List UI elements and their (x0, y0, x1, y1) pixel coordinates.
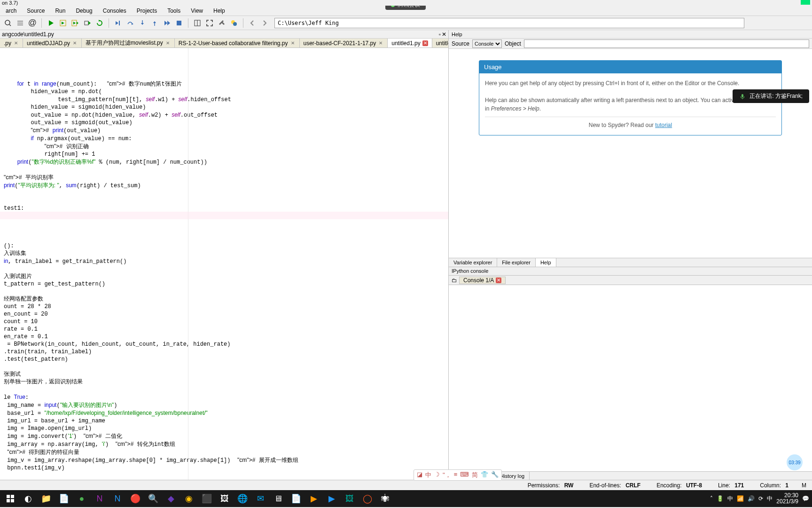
menu-source[interactable]: Source (23, 7, 48, 15)
editor-tab[interactable]: 基于用户协同过滤movieslist.py✕ (82, 39, 175, 48)
menu-help[interactable]: Help (210, 7, 229, 15)
volume-icon[interactable]: 🔊 (748, 495, 755, 502)
app-icon[interactable]: ▶ (305, 491, 322, 506)
editor-tab[interactable]: untitledDJJAD.py✕ (23, 39, 82, 48)
battery-icon[interactable]: 🔋 (717, 495, 724, 502)
app-icon[interactable]: 🌐 (234, 491, 251, 506)
menu-projects[interactable]: Projects (133, 7, 161, 15)
ime-cloth-icon[interactable]: 👕 (481, 471, 488, 479)
tab-help[interactable]: Help (536, 258, 556, 267)
spyder-icon[interactable]: 🕷 (377, 491, 394, 506)
app-icon[interactable]: 🖥 (270, 491, 287, 506)
close-icon[interactable]: ✕ (422, 40, 428, 46)
debug-step-icon[interactable] (113, 18, 123, 28)
taskbar-app-icon[interactable]: ◐ (20, 491, 37, 506)
tray-icon[interactable]: 中 (767, 495, 773, 503)
tray-expand-icon[interactable]: ˄ (710, 495, 713, 502)
editor-tab[interactable]: user-based-CF-2021-1-17.py✕ (300, 39, 388, 48)
debug-step-over-icon[interactable] (125, 18, 135, 28)
run-icon[interactable] (46, 18, 56, 28)
python-icon[interactable] (229, 18, 239, 28)
debug-step-out-icon[interactable] (149, 18, 160, 28)
notepad-icon[interactable]: 📄 (55, 491, 72, 506)
app-icon[interactable]: 🖼 (216, 491, 233, 506)
app-icon[interactable]: ⬛ (198, 491, 215, 506)
sync-icon[interactable]: ⟳ (758, 495, 763, 502)
window-control-max[interactable] (801, 0, 810, 5)
ime-keyboard-icon[interactable]: ⌨ (460, 471, 469, 479)
onenote-icon[interactable]: N (91, 491, 108, 506)
debug-continue-icon[interactable] (162, 18, 172, 28)
close-icon[interactable]: ✕ (72, 40, 78, 46)
help-source-select[interactable]: Console (472, 40, 502, 48)
tab-variable-explorer[interactable]: Variable explorer (449, 258, 497, 267)
tutorial-link[interactable]: tutorial (655, 122, 672, 128)
search-icon[interactable] (3, 18, 13, 28)
everything-icon[interactable]: 🔍 (145, 491, 162, 506)
close-icon[interactable]: ✕ (496, 278, 501, 283)
rerun-icon[interactable] (94, 18, 105, 28)
menu-view[interactable]: View (187, 7, 207, 15)
console-tab[interactable]: Console 1/A✕ (459, 277, 506, 284)
chrome-icon[interactable]: 🔴 (127, 491, 144, 506)
debug-step-into-icon[interactable] (137, 18, 148, 28)
editor-tab[interactable]: untitled2.py✕ (432, 39, 448, 48)
fullscreen-icon[interactable] (204, 18, 215, 28)
menu-consoles[interactable]: Consoles (99, 7, 130, 15)
console-folder-icon[interactable]: 🗀 (452, 277, 457, 284)
app-icon[interactable]: ◆ (163, 491, 180, 506)
menu-debug[interactable]: Debug (72, 7, 96, 15)
taskbar-clock[interactable]: 20:30 2021/3/9 (776, 492, 798, 505)
ime-icon[interactable]: ◪ (417, 471, 422, 479)
back-icon[interactable] (247, 18, 258, 28)
editor-tab-active[interactable]: untitled1.py✕ (388, 39, 432, 48)
ime-punct[interactable]: "， (443, 471, 451, 479)
app-icon[interactable]: 🖼 (341, 491, 358, 506)
run-selection-icon[interactable] (82, 18, 93, 28)
console-body[interactable] (449, 285, 812, 471)
debug-stop-icon[interactable] (174, 18, 184, 28)
app-icon[interactable]: ▶ (323, 491, 340, 506)
app-icon[interactable]: ✉ (252, 491, 269, 506)
close-icon[interactable]: ✕ (165, 40, 171, 46)
ime-wrench-icon[interactable]: 🔧 (491, 471, 499, 479)
editor-tab[interactable]: RS-1-2-User-based collaborative filterin… (175, 39, 300, 48)
tab-file-explorer[interactable]: File explorer (497, 258, 536, 267)
recording-timer[interactable]: 03:39 (787, 454, 803, 470)
menu-tools[interactable]: Tools (164, 7, 184, 15)
run-cell-advance-icon[interactable] (70, 18, 80, 28)
notifications-icon[interactable]: 💬 (802, 495, 809, 502)
close-pane-icon[interactable]: ✕ (442, 31, 446, 38)
wifi-icon[interactable]: 📶 (737, 495, 744, 502)
run-cell-icon[interactable] (58, 18, 68, 28)
ime-char[interactable]: 中 (425, 471, 431, 479)
close-icon[interactable]: ✕ (378, 40, 383, 46)
app-icon[interactable]: N (109, 491, 126, 506)
ime-tray-icon[interactable]: 中 (727, 495, 733, 503)
ime-moon-icon[interactable]: ☽ (434, 471, 440, 479)
pdf-icon[interactable]: 📄 (288, 491, 304, 506)
layout-icon[interactable] (192, 18, 203, 28)
ime-simp[interactable]: 简 (472, 471, 478, 479)
app-icon[interactable]: ◉ (180, 491, 197, 506)
close-icon[interactable]: ✕ (13, 40, 19, 46)
wrench-icon[interactable] (217, 18, 227, 28)
list-icon[interactable] (15, 18, 25, 28)
close-icon[interactable]: ✕ (290, 40, 296, 46)
help-object-input[interactable] (524, 40, 809, 48)
start-button[interactable] (2, 491, 19, 506)
forward-icon[interactable] (259, 18, 270, 28)
tab-label: RS-1-2-User-based collaborative filterin… (179, 40, 288, 47)
at-icon[interactable]: @ (27, 18, 38, 28)
dock-icon[interactable]: ▫ (439, 31, 441, 38)
working-dir-input[interactable] (274, 18, 744, 28)
code-editor[interactable]: for t in range(num_count): "cm"># 数字num的… (0, 48, 448, 480)
ime-width[interactable]: ≡ (454, 471, 458, 479)
editor-tab[interactable]: .py✕ (0, 39, 23, 48)
ime-toolbar[interactable]: ◪ 中 ☽ "， ≡ ⌨ 简 👕 🔧 (414, 469, 502, 481)
menu-search[interactable]: arch (2, 7, 20, 15)
app-icon[interactable]: ◯ (359, 491, 376, 506)
file-explorer-icon[interactable]: 📁 (38, 491, 55, 506)
menu-run[interactable]: Run (51, 7, 69, 15)
browser-icon[interactable]: ● (73, 491, 90, 506)
